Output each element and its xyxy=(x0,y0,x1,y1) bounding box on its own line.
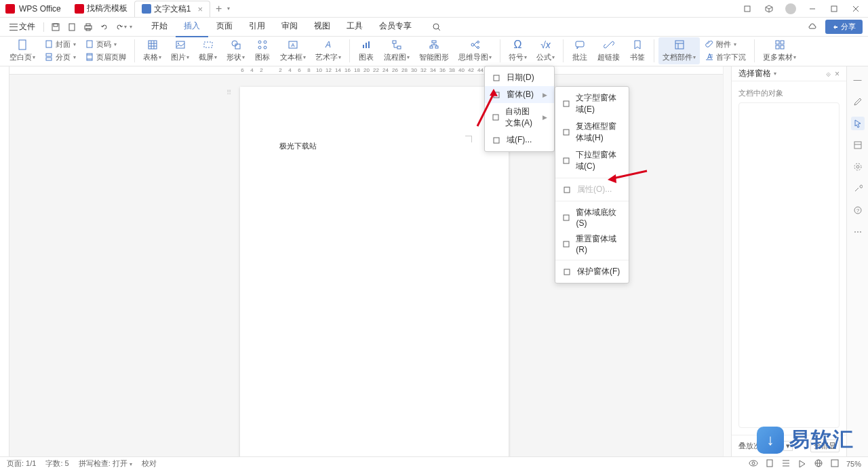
tab-menu-caret[interactable]: ▾ xyxy=(227,5,230,12)
minimize-button[interactable] xyxy=(803,1,822,17)
hyperlink-button[interactable]: 超链接 xyxy=(593,37,624,64)
print-icon[interactable] xyxy=(81,20,96,35)
menu-tab-工具[interactable]: 工具 xyxy=(338,16,371,37)
collapse-icon[interactable]: — xyxy=(851,73,865,87)
layout-icon[interactable] xyxy=(851,138,865,152)
pencil-icon[interactable] xyxy=(851,95,865,109)
fit-icon[interactable] xyxy=(830,458,840,469)
page-number-button[interactable]: 页码▾ xyxy=(85,38,126,50)
more-material-button[interactable]: 更多素材▾ xyxy=(759,37,800,64)
settings-icon[interactable] xyxy=(851,160,865,174)
menu-item-protect_form[interactable]: 保护窗体(F) xyxy=(555,263,629,280)
document-body-text[interactable]: 极光下载站 xyxy=(279,142,317,150)
doc-parts-button[interactable]: 文档部件▾ xyxy=(658,37,700,64)
menu-item-checkbox_form[interactable]: 复选框型窗体域(H) xyxy=(555,118,629,146)
attachment-button[interactable]: 附件▾ xyxy=(705,38,746,50)
svg-rect-73 xyxy=(494,75,499,81)
menu-item-text_form[interactable]: 文字型窗体域(E) xyxy=(555,90,629,118)
close-button[interactable] xyxy=(846,1,865,17)
page-break-button[interactable]: 分页▾ xyxy=(45,51,76,63)
cover-button[interactable]: 封面▾ xyxy=(45,38,76,50)
zoom-level[interactable]: 75% xyxy=(846,460,861,468)
help-icon[interactable]: ? xyxy=(851,203,865,217)
save-icon[interactable] xyxy=(48,20,63,35)
shape-icon xyxy=(231,39,241,51)
close-icon[interactable]: × xyxy=(835,69,840,79)
cloud-icon[interactable] xyxy=(805,20,820,35)
search-icon[interactable] xyxy=(429,20,444,35)
user-avatar[interactable] xyxy=(781,1,800,17)
table-button[interactable]: 表格▾ xyxy=(139,37,165,64)
icon-button[interactable]: 图标 xyxy=(250,37,275,64)
select-icon[interactable] xyxy=(851,117,865,130)
svg-rect-44 xyxy=(430,46,433,48)
chart-button[interactable]: 图表 xyxy=(354,37,378,64)
svg-point-33 xyxy=(258,46,261,49)
menu-tab-会员专享[interactable]: 会员专享 xyxy=(371,16,420,37)
blank-page-button[interactable]: 空白页▾ xyxy=(5,37,39,64)
maximize-button[interactable] xyxy=(825,1,844,17)
page-indicator[interactable]: 页面: 1/1 xyxy=(7,458,36,469)
outline-view-icon[interactable] xyxy=(781,458,791,469)
file-menu[interactable]: 文件 xyxy=(5,21,39,33)
undo-icon[interactable] xyxy=(97,20,112,35)
more-icon[interactable]: ⋯ xyxy=(851,225,865,239)
word-count[interactable]: 字数: 5 xyxy=(45,458,68,469)
textbox-button[interactable]: A文本框▾ xyxy=(276,37,310,64)
share-button[interactable]: 分享 xyxy=(825,20,863,34)
svg-rect-64 xyxy=(781,41,784,44)
svg-point-70 xyxy=(854,163,861,170)
eye-icon[interactable] xyxy=(749,458,758,469)
web-view-icon[interactable] xyxy=(814,458,823,469)
menu-item-form_shading[interactable]: 窗体域底纹(S) xyxy=(555,204,629,231)
smartart-button[interactable]: 智能图形 xyxy=(415,37,453,64)
tab-template[interactable]: 找稿壳模板 xyxy=(68,1,134,17)
tools-icon[interactable] xyxy=(851,182,865,195)
flowchart-button[interactable]: 流程图▾ xyxy=(380,37,414,64)
menu-item-date[interactable]: 日期(D) xyxy=(485,69,554,86)
header-footer-button[interactable]: 页眉页脚 xyxy=(85,51,126,63)
picture-button[interactable]: 图片▾ xyxy=(167,37,193,64)
menu-tab-开始[interactable]: 开始 xyxy=(143,16,176,37)
screenshot-button[interactable]: 截屏▾ xyxy=(195,37,221,64)
menu-item-field[interactable]: 域(F)... xyxy=(485,132,554,149)
menu-tab-插入[interactable]: 插入 xyxy=(176,16,208,37)
menu-tab-审阅[interactable]: 审阅 xyxy=(273,16,306,37)
read-view-icon[interactable] xyxy=(797,458,807,469)
menu-tab-页面[interactable]: 页面 xyxy=(208,16,241,37)
panel-caret[interactable]: ▾ xyxy=(774,71,776,77)
document-page[interactable]: ⠿ 极光下载站 xyxy=(240,87,509,456)
horizontal-ruler: 6422468101214161820222426283032343638404… xyxy=(9,66,723,75)
page-view-icon[interactable] xyxy=(765,458,774,469)
menu-tab-视图[interactable]: 视图 xyxy=(306,16,338,37)
close-icon[interactable]: × xyxy=(197,4,203,14)
symbol-button[interactable]: Ω符号▾ xyxy=(505,37,531,64)
form_shading-icon xyxy=(562,213,570,222)
equation-button[interactable]: √x公式▾ xyxy=(532,37,559,64)
cube-icon[interactable] xyxy=(760,1,778,17)
menu-item-label: 重置窗体域(R) xyxy=(576,233,622,254)
spellcheck-status[interactable]: 拼写检查: 打开 ▾ xyxy=(79,458,132,469)
window-action-icon[interactable] xyxy=(738,1,757,17)
menu-item-reset_form[interactable]: 重置窗体域(R) xyxy=(555,231,629,257)
svg-rect-7 xyxy=(69,24,75,31)
drag-handle-icon[interactable]: ⠿ xyxy=(226,89,230,96)
bookmark-button[interactable]: 书签 xyxy=(625,37,650,64)
brand-text: 易软汇 xyxy=(789,426,854,454)
dropcap-button[interactable]: A首字下沉 xyxy=(705,51,746,63)
menu-item-label: 复选框型窗体域(H) xyxy=(576,121,622,144)
comment-button[interactable]: 批注 xyxy=(568,37,592,64)
tab-document-active[interactable]: 文字文稿1 × xyxy=(134,1,210,17)
wordart-button[interactable]: A艺术字▾ xyxy=(311,37,345,64)
pin-icon[interactable]: ⟐ xyxy=(826,69,831,79)
add-tab-button[interactable]: + xyxy=(210,3,227,15)
redo-icon[interactable]: ▾ xyxy=(113,20,128,35)
menu-tab-引用[interactable]: 引用 xyxy=(241,16,273,37)
proof-status[interactable]: 校对 xyxy=(142,458,157,469)
more-caret[interactable]: ▾ xyxy=(130,24,132,30)
svg-point-27 xyxy=(178,43,179,44)
shape-button[interactable]: 形状▾ xyxy=(222,37,249,64)
vertical-scrollbar[interactable] xyxy=(723,66,731,456)
mindmap-button[interactable]: 思维导图▾ xyxy=(454,37,496,64)
print-preview-icon[interactable] xyxy=(64,20,79,35)
